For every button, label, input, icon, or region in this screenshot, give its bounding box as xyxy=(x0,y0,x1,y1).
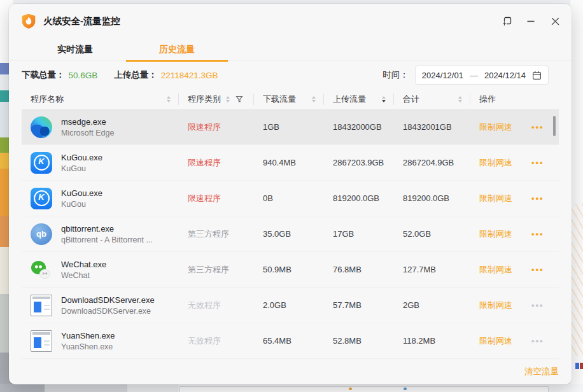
sort-arrows-icon[interactable] xyxy=(167,96,171,102)
process-description: KuGou xyxy=(61,164,102,173)
download-value: 65.4MB xyxy=(254,336,324,346)
wechat-app-icon xyxy=(31,259,52,281)
title-bar: 火绒安全-流量监控 xyxy=(9,4,572,38)
more-options-icon[interactable] xyxy=(531,265,544,274)
category-value: 无效程序 xyxy=(179,335,254,347)
download-value: 940.4MB xyxy=(254,158,324,167)
table-row-qbittorrent[interactable]: qbittorrent.exe qBittorrent - A Bittorre… xyxy=(22,216,559,252)
summary-bar: 下载总量： 50.6GB 上传总量： 22118421.3GB 时间： 2024… xyxy=(9,61,572,89)
download-value: 1GB xyxy=(254,122,324,132)
tab-realtime-traffic[interactable]: 实时流量 xyxy=(24,38,126,61)
table-row-msedge[interactable]: msedge.exe Microsoft Edge 限速程序 1GB 18432… xyxy=(22,109,559,145)
download-total-label: 下载总量： xyxy=(22,69,65,81)
more-options-icon[interactable] xyxy=(531,193,544,203)
sort-arrows-icon[interactable] xyxy=(312,96,316,102)
qbittorrent-app-icon xyxy=(31,223,52,245)
sort-arrows-icon-descending[interactable] xyxy=(382,96,386,102)
huorong-shield-logo-icon xyxy=(20,13,37,29)
date-range-picker[interactable]: 2024/12/01 — 2024/12/14 xyxy=(415,66,549,85)
table-row-yuanshen[interactable]: YuanShen.exe YuanShen.exe 无效程序 65.4MB 52… xyxy=(22,323,559,359)
process-description: WeChat xyxy=(61,271,106,280)
column-header-program-category[interactable]: 程序类别 xyxy=(179,94,254,105)
background-pattern xyxy=(570,204,583,356)
tab-history-traffic[interactable]: 历史流量 xyxy=(126,38,228,61)
upload-total-label: 上传总量： xyxy=(114,69,157,81)
kugou-app-icon xyxy=(31,188,52,209)
upload-value: 57.7MB xyxy=(324,300,394,310)
close-button[interactable] xyxy=(545,11,565,31)
process-description: KuGou xyxy=(61,200,102,209)
download-value: 50.9MB xyxy=(254,265,324,274)
sort-arrows-icon[interactable] xyxy=(226,96,230,102)
column-header-total[interactable]: 合计 xyxy=(394,94,470,105)
process-name: YuanShen.exe xyxy=(61,331,115,340)
process-name: qbittorrent.exe xyxy=(61,224,153,234)
column-label: 上传流量 xyxy=(333,94,366,105)
minimize-button[interactable] xyxy=(521,11,541,31)
column-label: 下载流量 xyxy=(263,94,296,105)
background-icon-fragment xyxy=(575,363,579,369)
more-options-icon[interactable] xyxy=(531,229,544,239)
total-value: 127.7MB xyxy=(394,265,470,274)
open-main-window-button[interactable] xyxy=(496,11,517,31)
limit-speed-link[interactable]: 限制网速 xyxy=(479,228,512,240)
limit-speed-link[interactable]: 限制网速 xyxy=(479,157,512,169)
upload-value: 18432000GB xyxy=(324,122,394,132)
process-name: KuGou.exe xyxy=(61,153,102,162)
upload-value: 2867203.9GB xyxy=(324,158,394,167)
time-label: 时间： xyxy=(383,69,409,81)
more-options-icon[interactable] xyxy=(531,158,544,167)
table-row-kugou-2[interactable]: KuGou.exe KuGou 限速程序 0B 819200.0GB 81920… xyxy=(22,181,559,216)
limit-speed-link[interactable]: 限制网速 xyxy=(479,264,512,276)
process-description: qBittorrent - A Bittorrent ... xyxy=(61,235,153,244)
window-title: 火绒安全-流量监控 xyxy=(43,15,120,27)
tab-bar: 实时流量 历史流量 xyxy=(9,38,572,61)
more-options-icon[interactable] xyxy=(531,122,544,132)
limit-speed-link[interactable]: 限制网速 xyxy=(479,300,512,311)
more-options-icon[interactable] xyxy=(531,300,544,310)
total-value: 2GB xyxy=(394,300,470,310)
table-row-downloadsdkserver[interactable]: DownloadSDKServer.exe DownloadSDKServer.… xyxy=(22,288,559,323)
background-window-edge xyxy=(179,386,549,392)
date-start: 2024/12/01 xyxy=(422,71,463,80)
column-label: 操作 xyxy=(479,94,496,105)
filter-funnel-icon[interactable] xyxy=(235,95,243,103)
clear-traffic-button[interactable]: 清空流量 xyxy=(524,366,559,377)
minimize-icon xyxy=(526,17,535,25)
background-dot xyxy=(404,388,407,390)
calendar-icon[interactable] xyxy=(532,71,542,80)
limit-speed-link[interactable]: 限制网速 xyxy=(479,335,512,347)
category-value: 无效程序 xyxy=(179,300,254,311)
limit-speed-link[interactable]: 限制网速 xyxy=(479,122,512,133)
generic-app-icon xyxy=(31,295,52,316)
column-label: 程序名称 xyxy=(31,94,64,105)
sort-arrows-icon[interactable] xyxy=(458,96,462,102)
category-value: 限速程序 xyxy=(179,193,254,204)
total-value: 819200.0GB xyxy=(394,193,470,203)
date-end: 2024/12/14 xyxy=(484,71,526,80)
more-options-icon[interactable] xyxy=(531,336,544,346)
limit-speed-link[interactable]: 限制网速 xyxy=(479,193,512,204)
date-separator: — xyxy=(470,71,478,80)
time-filter: 时间： 2024/12/01 — 2024/12/14 xyxy=(383,66,559,85)
table-row-kugou-1[interactable]: KuGou.exe KuGou 限速程序 940.4MB 2867203.9GB… xyxy=(22,145,559,181)
process-name: DownloadSDKServer.exe xyxy=(61,295,155,305)
process-name: KuGou.exe xyxy=(61,188,102,198)
vertical-scrollbar[interactable] xyxy=(553,116,556,136)
column-header-download[interactable]: 下载流量 xyxy=(254,94,324,105)
process-description: Microsoft Edge xyxy=(61,129,114,137)
footer-bar: 清空流量 xyxy=(9,359,572,384)
background-window-strip xyxy=(570,0,583,392)
category-value: 第三方程序 xyxy=(179,264,254,276)
kugou-app-icon xyxy=(31,152,52,174)
total-value: 2867204.9GB xyxy=(394,158,470,167)
edge-app-icon xyxy=(31,116,52,138)
download-value: 0B xyxy=(254,193,324,203)
process-description: YuanShen.exe xyxy=(61,342,115,351)
column-header-upload[interactable]: 上传流量 xyxy=(324,94,394,105)
table-row-wechat[interactable]: WeChat.exe WeChat 第三方程序 50.9MB 76.8MB 12… xyxy=(22,252,559,288)
total-value: 18432001GB xyxy=(394,122,470,132)
process-name: msedge.exe xyxy=(61,117,114,127)
column-header-program-name[interactable]: 程序名称 xyxy=(22,94,179,105)
process-name: WeChat.exe xyxy=(61,260,106,269)
